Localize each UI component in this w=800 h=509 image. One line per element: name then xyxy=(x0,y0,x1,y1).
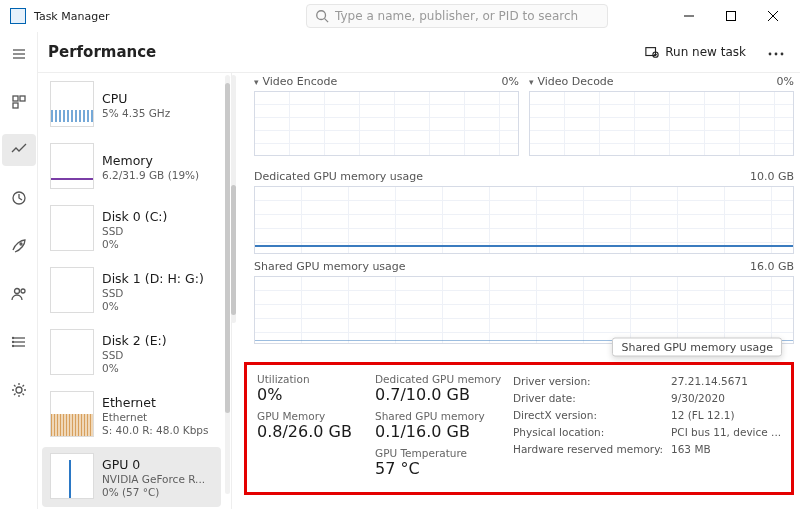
nav-performance[interactable] xyxy=(2,134,36,166)
gpu-mini-chart xyxy=(50,453,94,499)
stat-label: Physical location: xyxy=(513,424,663,441)
page-title: Performance xyxy=(48,43,156,61)
sidebar-item-disk1[interactable]: Disk 1 (D: H: G:) SSD 0% xyxy=(42,261,221,321)
chevron-down-icon: ▾ xyxy=(254,77,259,87)
search-icon xyxy=(315,9,329,23)
stat-label: GPU Memory xyxy=(257,410,367,422)
sidebar-item-sub: SSD xyxy=(102,225,167,237)
window-minimize-button[interactable] xyxy=(668,4,710,28)
disk-mini-chart xyxy=(50,205,94,251)
stat-value: 57 °C xyxy=(375,459,505,478)
stat-value: PCI bus 11, device ... xyxy=(671,424,781,441)
sidebar-item-sub: SSD xyxy=(102,349,167,361)
chart-video-encode[interactable]: ▾Video Encode 0% xyxy=(254,75,519,156)
window-close-button[interactable] xyxy=(752,4,794,28)
nav-details[interactable] xyxy=(2,326,36,358)
sidebar-scrollbar[interactable] xyxy=(224,73,231,509)
svg-point-14 xyxy=(14,289,19,294)
chart-title: Dedicated GPU memory usage xyxy=(254,170,423,183)
svg-rect-11 xyxy=(13,103,18,108)
nav-processes[interactable] xyxy=(2,86,36,118)
run-new-task-button[interactable]: Run new task xyxy=(637,41,754,63)
svg-line-1 xyxy=(325,19,329,23)
sidebar-item-sub: SSD xyxy=(102,287,204,299)
sidebar-item-gpu0[interactable]: GPU 0 NVIDIA GeForce R... 0% (57 °C) xyxy=(42,447,221,507)
stat-value: 0.1/16.0 GB xyxy=(375,422,505,441)
sidebar-item-ethernet[interactable]: Ethernet Ethernet S: 40.0 R: 48.0 Kbps xyxy=(42,385,221,445)
sidebar-item-label: Memory xyxy=(102,153,199,168)
disk-mini-chart xyxy=(50,329,94,375)
stat-value: 27.21.14.5671 xyxy=(671,373,781,390)
nav-services[interactable] xyxy=(2,374,36,406)
nav-hamburger[interactable] xyxy=(2,38,36,70)
nav-rail xyxy=(0,32,38,509)
sidebar-item-disk0[interactable]: Disk 0 (C:) SSD 0% xyxy=(42,199,221,259)
stat-value: 0% xyxy=(257,385,367,404)
sidebar-item-sub2: 0% xyxy=(102,362,167,374)
sidebar-item-sub2: S: 40.0 R: 48.0 Kbps xyxy=(102,424,209,436)
svg-rect-23 xyxy=(646,48,656,56)
nav-startup[interactable] xyxy=(2,230,36,262)
sidebar-item-label: Disk 0 (C:) xyxy=(102,209,167,224)
sidebar-item-cpu[interactable]: CPU 5% 4.35 GHz xyxy=(42,75,221,135)
svg-rect-10 xyxy=(20,96,25,101)
sidebar-item-disk2[interactable]: Disk 2 (E:) SSD 0% xyxy=(42,323,221,383)
sidebar-item-label: Disk 2 (E:) xyxy=(102,333,167,348)
cpu-mini-chart xyxy=(50,81,94,127)
sidebar-item-sub2: 0% xyxy=(102,300,204,312)
stat-label: Driver version: xyxy=(513,373,663,390)
sidebar-item-sub: 5% 4.35 GHz xyxy=(102,107,170,119)
chart-shared-gpu[interactable] xyxy=(254,276,794,344)
sidebar-item-label: Disk 1 (D: H: G:) xyxy=(102,271,204,286)
svg-point-0 xyxy=(317,11,326,20)
stat-label: Driver date: xyxy=(513,390,663,407)
svg-point-21 xyxy=(12,346,13,347)
sidebar-item-label: GPU 0 xyxy=(102,457,205,472)
svg-point-28 xyxy=(775,53,778,56)
stat-value: 12 (FL 12.1) xyxy=(671,407,781,424)
stat-value: 163 MB xyxy=(671,441,781,458)
svg-point-20 xyxy=(12,342,13,343)
stat-label: GPU Temperature xyxy=(375,447,505,459)
search-placeholder: Type a name, publisher, or PID to search xyxy=(335,9,578,23)
detail-scrollbar[interactable] xyxy=(231,75,238,323)
chart-value: 0% xyxy=(777,75,794,88)
chart-video-decode[interactable]: ▾Video Decode 0% xyxy=(529,75,794,156)
ethernet-mini-chart xyxy=(50,391,94,437)
sidebar-item-sub: 6.2/31.9 GB (19%) xyxy=(102,169,199,181)
svg-point-29 xyxy=(781,53,784,56)
window-maximize-button[interactable] xyxy=(710,4,752,28)
chart-title: Video Decode xyxy=(538,75,614,88)
sidebar-item-label: CPU xyxy=(102,91,170,106)
sidebar-item-sub: Ethernet xyxy=(102,411,209,423)
svg-point-13 xyxy=(20,243,22,245)
chart-max: 10.0 GB xyxy=(750,170,794,183)
stat-label: Hardware reserved memory: xyxy=(513,441,663,458)
sidebar-item-label: Ethernet xyxy=(102,395,209,410)
nav-users[interactable] xyxy=(2,278,36,310)
app-icon xyxy=(10,8,26,24)
run-task-icon xyxy=(645,45,659,59)
sidebar-item-sub: NVIDIA GeForce R... xyxy=(102,473,205,485)
detail-pane: ▾Video Encode 0% ▾Video Decode 0% xyxy=(232,73,800,509)
window-titlebar: Task Manager Type a name, publisher, or … xyxy=(0,0,800,32)
chart-dedicated-gpu[interactable] xyxy=(254,186,794,254)
nav-app-history[interactable] xyxy=(2,182,36,214)
global-search[interactable]: Type a name, publisher, or PID to search xyxy=(306,4,608,28)
app-title: Task Manager xyxy=(34,10,109,23)
svg-point-15 xyxy=(21,289,25,293)
disk-mini-chart xyxy=(50,267,94,313)
svg-point-27 xyxy=(769,53,772,56)
sidebar-item-memory[interactable]: Memory 6.2/31.9 GB (19%) xyxy=(42,137,221,197)
stat-value: 9/30/2020 xyxy=(671,390,781,407)
chevron-down-icon: ▾ xyxy=(529,77,534,87)
svg-point-19 xyxy=(12,338,13,339)
more-icon xyxy=(768,52,784,56)
stat-label: Shared GPU memory xyxy=(375,410,505,422)
sidebar-item-sub2: 0% (57 °C) xyxy=(102,486,205,498)
more-options-button[interactable] xyxy=(768,45,784,59)
gpu-stats-highlight: Utilization 0% GPU Memory 0.8/26.0 GB De… xyxy=(244,362,794,495)
sidebar-item-sub2: 0% xyxy=(102,238,167,250)
chart-tooltip: Shared GPU memory usage xyxy=(612,338,782,357)
svg-rect-3 xyxy=(727,12,736,21)
